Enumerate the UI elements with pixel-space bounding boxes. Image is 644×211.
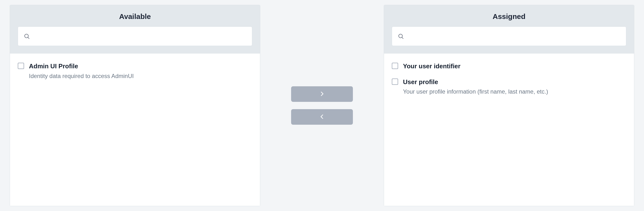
item-text: User profile Your user profile informati… bbox=[403, 78, 626, 96]
item-desc: Identity data required to access AdminUI bbox=[29, 72, 252, 80]
available-title: Available bbox=[18, 12, 252, 21]
move-left-button[interactable] bbox=[291, 109, 353, 125]
assigned-header: Assigned bbox=[384, 5, 634, 54]
assigned-search-input[interactable] bbox=[392, 26, 626, 46]
list-item[interactable]: User profile Your user profile informati… bbox=[390, 74, 628, 100]
chevron-right-icon bbox=[319, 91, 325, 98]
assigned-panel: Assigned Your user identifier bbox=[384, 5, 634, 206]
transfer-controls bbox=[260, 5, 384, 206]
available-list: Admin UI Profile Identity data required … bbox=[10, 54, 260, 206]
list-item[interactable]: Your user identifier bbox=[390, 58, 628, 74]
item-title: Admin UI Profile bbox=[29, 62, 252, 70]
item-desc: Your user profile information (first nam… bbox=[403, 88, 626, 95]
item-title: Your user identifier bbox=[403, 62, 626, 70]
item-text: Your user identifier bbox=[403, 62, 626, 70]
assigned-list: Your user identifier User profile Your u… bbox=[384, 54, 634, 206]
available-header: Available bbox=[10, 5, 260, 54]
available-search-input[interactable] bbox=[18, 26, 252, 46]
assigned-title: Assigned bbox=[392, 12, 626, 21]
checkbox[interactable] bbox=[18, 63, 24, 69]
assigned-search-wrapper bbox=[392, 26, 626, 46]
available-search-wrapper bbox=[18, 26, 252, 46]
available-panel: Available Admin UI Profile Identity data… bbox=[10, 5, 260, 206]
item-text: Admin UI Profile Identity data required … bbox=[29, 62, 252, 80]
move-right-button[interactable] bbox=[291, 86, 353, 102]
chevron-left-icon bbox=[319, 114, 325, 120]
dual-list-container: Available Admin UI Profile Identity data… bbox=[5, 5, 639, 206]
checkbox[interactable] bbox=[392, 78, 398, 85]
checkbox[interactable] bbox=[392, 63, 398, 69]
item-title: User profile bbox=[403, 78, 626, 86]
list-item[interactable]: Admin UI Profile Identity data required … bbox=[16, 58, 254, 84]
